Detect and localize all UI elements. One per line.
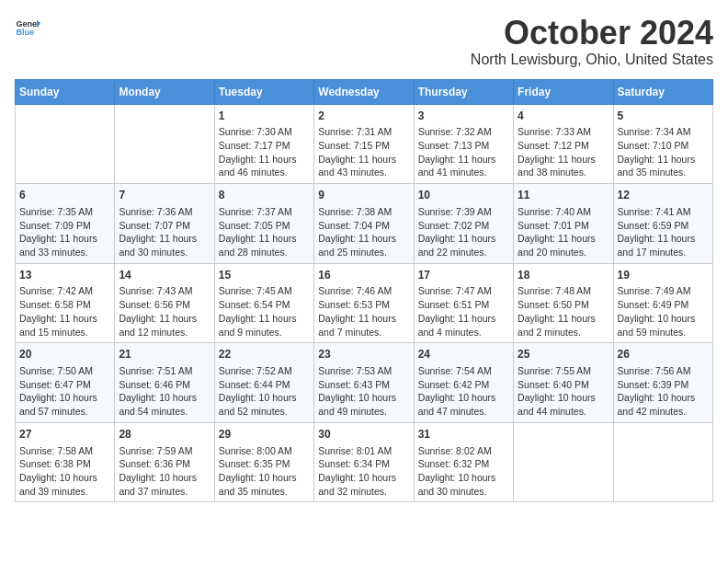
day-number: 30	[318, 427, 409, 442]
calendar-table: Sunday Monday Tuesday Wednesday Thursday…	[15, 79, 713, 503]
logo: General Blue	[15, 15, 40, 40]
day-number: 7	[119, 188, 210, 203]
calendar-week-row: 6Sunrise: 7:35 AM Sunset: 7:09 PM Daylig…	[16, 184, 713, 264]
calendar-cell: 21Sunrise: 7:51 AM Sunset: 6:46 PM Dayli…	[115, 343, 214, 423]
calendar-cell: 31Sunrise: 8:02 AM Sunset: 6:32 PM Dayli…	[414, 422, 513, 502]
calendar-cell: 1Sunrise: 7:30 AM Sunset: 7:17 PM Daylig…	[214, 104, 313, 184]
calendar-cell: 18Sunrise: 7:48 AM Sunset: 6:50 PM Dayli…	[514, 263, 613, 343]
day-info: Sunrise: 8:02 AM Sunset: 6:32 PM Dayligh…	[418, 444, 509, 499]
calendar-cell: 2Sunrise: 7:31 AM Sunset: 7:15 PM Daylig…	[314, 104, 414, 184]
day-info: Sunrise: 7:46 AM Sunset: 6:53 PM Dayligh…	[318, 284, 409, 339]
day-info: Sunrise: 7:36 AM Sunset: 7:07 PM Dayligh…	[119, 205, 210, 259]
day-number: 19	[618, 268, 709, 283]
calendar-week-row: 1Sunrise: 7:30 AM Sunset: 7:17 PM Daylig…	[16, 104, 713, 184]
calendar-cell: 6Sunrise: 7:35 AM Sunset: 7:09 PM Daylig…	[16, 184, 115, 264]
day-info: Sunrise: 7:43 AM Sunset: 6:56 PM Dayligh…	[119, 284, 210, 339]
calendar-cell: 25Sunrise: 7:55 AM Sunset: 6:40 PM Dayli…	[514, 343, 613, 423]
calendar-cell: 28Sunrise: 7:59 AM Sunset: 6:36 PM Dayli…	[115, 422, 214, 502]
calendar-cell: 8Sunrise: 7:37 AM Sunset: 7:05 PM Daylig…	[214, 184, 313, 264]
col-wednesday: Wednesday	[314, 79, 414, 104]
col-thursday: Thursday	[414, 79, 513, 104]
day-number: 5	[618, 109, 709, 124]
day-number: 16	[318, 268, 409, 283]
calendar-week-row: 13Sunrise: 7:42 AM Sunset: 6:58 PM Dayli…	[16, 263, 713, 343]
calendar-cell	[514, 422, 613, 502]
day-info: Sunrise: 7:34 AM Sunset: 7:10 PM Dayligh…	[618, 125, 709, 179]
col-friday: Friday	[514, 79, 613, 104]
calendar-cell: 22Sunrise: 7:52 AM Sunset: 6:44 PM Dayli…	[214, 343, 313, 423]
page-header: General Blue October 2024 North Lewisbur…	[15, 15, 713, 68]
calendar-cell: 4Sunrise: 7:33 AM Sunset: 7:12 PM Daylig…	[514, 104, 613, 184]
day-number: 11	[518, 188, 609, 203]
day-info: Sunrise: 7:33 AM Sunset: 7:12 PM Dayligh…	[518, 125, 609, 179]
calendar-body: 1Sunrise: 7:30 AM Sunset: 7:17 PM Daylig…	[16, 104, 713, 502]
day-number: 24	[418, 347, 509, 362]
day-number: 31	[418, 427, 509, 442]
day-number: 4	[518, 109, 609, 124]
day-info: Sunrise: 7:48 AM Sunset: 6:50 PM Dayligh…	[518, 284, 609, 339]
day-number: 25	[518, 347, 609, 362]
col-saturday: Saturday	[613, 79, 712, 104]
day-number: 22	[219, 347, 310, 362]
calendar-title: October 2024	[471, 15, 713, 52]
calendar-week-row: 27Sunrise: 7:58 AM Sunset: 6:38 PM Dayli…	[16, 422, 713, 502]
svg-text:Blue: Blue	[16, 28, 34, 37]
day-number: 10	[418, 188, 509, 203]
day-info: Sunrise: 7:40 AM Sunset: 7:01 PM Dayligh…	[518, 205, 609, 259]
calendar-cell: 29Sunrise: 8:00 AM Sunset: 6:35 PM Dayli…	[214, 422, 313, 502]
day-info: Sunrise: 7:56 AM Sunset: 6:39 PM Dayligh…	[618, 364, 709, 419]
calendar-cell: 12Sunrise: 7:41 AM Sunset: 6:59 PM Dayli…	[613, 184, 712, 264]
day-info: Sunrise: 7:35 AM Sunset: 7:09 PM Dayligh…	[19, 205, 110, 259]
header-row: Sunday Monday Tuesday Wednesday Thursday…	[16, 79, 713, 104]
calendar-subtitle: North Lewisburg, Ohio, United States	[471, 52, 713, 68]
day-info: Sunrise: 7:41 AM Sunset: 6:59 PM Dayligh…	[618, 205, 709, 259]
day-info: Sunrise: 7:53 AM Sunset: 6:43 PM Dayligh…	[318, 364, 409, 419]
calendar-header: Sunday Monday Tuesday Wednesday Thursday…	[16, 79, 713, 104]
calendar-cell: 13Sunrise: 7:42 AM Sunset: 6:58 PM Dayli…	[16, 263, 115, 343]
calendar-cell: 30Sunrise: 8:01 AM Sunset: 6:34 PM Dayli…	[314, 422, 414, 502]
day-number: 23	[318, 347, 409, 362]
day-info: Sunrise: 7:42 AM Sunset: 6:58 PM Dayligh…	[19, 284, 110, 339]
day-info: Sunrise: 7:30 AM Sunset: 7:17 PM Dayligh…	[219, 125, 310, 179]
day-number: 20	[19, 347, 110, 362]
day-number: 12	[618, 188, 709, 203]
day-number: 29	[219, 427, 310, 442]
day-number: 13	[19, 268, 110, 283]
day-info: Sunrise: 7:59 AM Sunset: 6:36 PM Dayligh…	[119, 444, 210, 499]
logo-icon: General Blue	[15, 15, 40, 40]
day-info: Sunrise: 7:31 AM Sunset: 7:15 PM Dayligh…	[318, 125, 409, 179]
day-number: 14	[119, 268, 210, 283]
calendar-cell: 20Sunrise: 7:50 AM Sunset: 6:47 PM Dayli…	[16, 343, 115, 423]
day-info: Sunrise: 7:58 AM Sunset: 6:38 PM Dayligh…	[19, 444, 110, 499]
calendar-cell: 3Sunrise: 7:32 AM Sunset: 7:13 PM Daylig…	[414, 104, 513, 184]
calendar-cell: 9Sunrise: 7:38 AM Sunset: 7:04 PM Daylig…	[314, 184, 414, 264]
day-info: Sunrise: 7:32 AM Sunset: 7:13 PM Dayligh…	[418, 125, 509, 179]
calendar-cell: 14Sunrise: 7:43 AM Sunset: 6:56 PM Dayli…	[115, 263, 214, 343]
day-info: Sunrise: 7:37 AM Sunset: 7:05 PM Dayligh…	[219, 205, 310, 259]
day-number: 27	[19, 427, 110, 442]
calendar-cell: 7Sunrise: 7:36 AM Sunset: 7:07 PM Daylig…	[115, 184, 214, 264]
day-number: 9	[318, 188, 409, 203]
calendar-cell	[16, 104, 115, 184]
calendar-cell: 19Sunrise: 7:49 AM Sunset: 6:49 PM Dayli…	[613, 263, 712, 343]
day-info: Sunrise: 8:01 AM Sunset: 6:34 PM Dayligh…	[318, 444, 409, 499]
day-info: Sunrise: 8:00 AM Sunset: 6:35 PM Dayligh…	[219, 444, 310, 499]
day-number: 17	[418, 268, 509, 283]
day-number: 28	[119, 427, 210, 442]
day-number: 8	[219, 188, 310, 203]
col-tuesday: Tuesday	[214, 79, 313, 104]
day-info: Sunrise: 7:52 AM Sunset: 6:44 PM Dayligh…	[219, 364, 310, 419]
day-number: 6	[19, 188, 110, 203]
day-info: Sunrise: 7:39 AM Sunset: 7:02 PM Dayligh…	[418, 205, 509, 259]
calendar-cell: 15Sunrise: 7:45 AM Sunset: 6:54 PM Dayli…	[214, 263, 313, 343]
day-number: 1	[219, 109, 310, 124]
day-info: Sunrise: 7:45 AM Sunset: 6:54 PM Dayligh…	[219, 284, 310, 339]
calendar-cell: 24Sunrise: 7:54 AM Sunset: 6:42 PM Dayli…	[414, 343, 513, 423]
day-info: Sunrise: 7:51 AM Sunset: 6:46 PM Dayligh…	[119, 364, 210, 419]
calendar-cell: 10Sunrise: 7:39 AM Sunset: 7:02 PM Dayli…	[414, 184, 513, 264]
col-sunday: Sunday	[16, 79, 115, 104]
calendar-cell: 16Sunrise: 7:46 AM Sunset: 6:53 PM Dayli…	[314, 263, 414, 343]
calendar-week-row: 20Sunrise: 7:50 AM Sunset: 6:47 PM Dayli…	[16, 343, 713, 423]
day-number: 2	[318, 109, 409, 124]
calendar-cell	[115, 104, 214, 184]
